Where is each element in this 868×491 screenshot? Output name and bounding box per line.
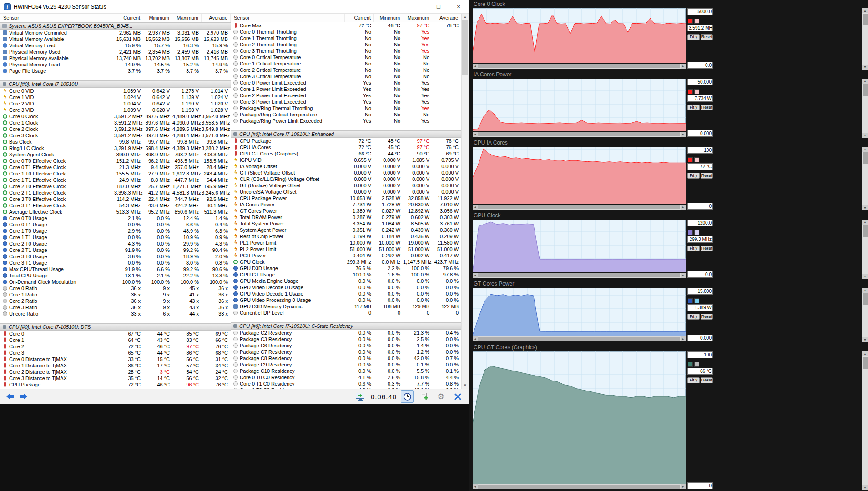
series-color-swatch[interactable] — [688, 89, 693, 94]
sensor-row[interactable]: Core 1 T0 Usage2.9 %0.0 %48.9 %6.3 % — [0, 228, 231, 234]
sensor-row[interactable]: Virtual Memory Available15,631 MB15,562 … — [0, 36, 231, 42]
sensor-row[interactable]: Core 2 T0 Usage4.3 %0.0 %29.9 %4.3 % — [0, 240, 231, 247]
vscroll-thumb[interactable] — [863, 84, 868, 96]
column-header-sensor[interactable]: Sensor — [0, 14, 114, 22]
scroll-up-icon[interactable]: ▲ — [862, 147, 868, 152]
sensor-row[interactable]: GT Cores Power1.389 W0.027 W12.892 W3.05… — [231, 208, 461, 214]
hscroll-thumb[interactable] — [478, 132, 680, 136]
column-header-average[interactable]: Average — [432, 14, 461, 22]
sensor-row[interactable]: Core 0 T0 Usage2.1 %0.0 %12.4 %1.4 % — [0, 215, 231, 221]
reset-button[interactable]: Reset — [701, 105, 713, 110]
scroll-up-icon[interactable]: ▲ — [862, 351, 868, 356]
hscroll-thumb[interactable] — [478, 205, 680, 209]
scroll-right-icon[interactable]: ► — [681, 273, 686, 278]
reset-button[interactable]: Reset — [701, 314, 713, 320]
remote-monitor-button[interactable] — [354, 390, 367, 403]
sensor-row[interactable]: Package C7 Residency0.0 %0.0 %1.2 %0.0 % — [231, 349, 461, 355]
fit-y-button[interactable]: Fit y — [687, 34, 700, 40]
vscroll-thumb[interactable] — [863, 293, 868, 305]
scroll-right-icon[interactable]: ► — [681, 484, 686, 489]
sensor-row[interactable]: Core 3 T0 Usage3.6 %0.0 %18.9 %2.0 % — [0, 253, 231, 260]
sensor-row[interactable]: Core 3 T1 Usage0.0 %0.0 %8.0 %0.8 % — [0, 260, 231, 266]
fit-y-button[interactable]: Fit y — [687, 246, 700, 251]
close-button[interactable]: × — [449, 0, 469, 13]
graph-vscrollbar[interactable]: ▲▼ — [862, 220, 868, 279]
scroll-right-icon[interactable]: ► — [681, 205, 686, 210]
scroll-thumb[interactable] — [462, 20, 468, 75]
sensor-row[interactable]: Core 3 Ratio36 x9 x43 x36 x — [0, 304, 231, 311]
scroll-up-icon[interactable]: ▲ — [462, 14, 469, 20]
sensor-row[interactable]: Core 272 °C46 °C97 °C76 °C — [0, 343, 231, 350]
sensor-row[interactable]: Core 2 Clock3,591.2 MHz897.6 MHz4,289.5 … — [0, 126, 231, 132]
column-header-sensor[interactable]: Sensor — [231, 14, 345, 22]
scroll-right-icon[interactable]: ► — [681, 132, 686, 137]
sensor-row[interactable]: GPU Media Engine Usage0.0 %0.0 %0.0 %0.0… — [231, 278, 461, 284]
sensor-row[interactable]: Core 2 VID1.004 V0.642 V1.199 V1.020 V — [0, 100, 231, 107]
graph-vscrollbar[interactable]: ▲▼ — [862, 8, 868, 70]
sensor-row[interactable]: Core 1 T1 Usage0.0 %0.0 %10.9 %0.9 % — [0, 234, 231, 240]
sensor-row[interactable]: Core 2 Distance to TjMAX28 °C3 °C54 °C24… — [0, 369, 231, 375]
series-color-swatch[interactable] — [688, 19, 693, 24]
hscroll-thumb[interactable] — [478, 64, 680, 68]
scroll-left-icon[interactable]: ◄ — [473, 273, 478, 278]
sensor-row[interactable]: On-Demand Clock Modulation100.0 %100.0 %… — [0, 279, 231, 285]
column-header-average[interactable]: Average — [202, 14, 231, 22]
scroll-left-icon[interactable]: ◄ — [473, 205, 478, 210]
graph-hscrollbar[interactable]: ◄► — [473, 273, 686, 278]
sensor-row[interactable]: Max CPU/Thread Usage91.9 %6.6 %99.2 %90.… — [0, 266, 231, 272]
background-color-swatch[interactable] — [694, 157, 699, 162]
sensor-row[interactable]: Core 1 T0 Effective Clock155.5 MHz27.9 M… — [0, 170, 231, 177]
sensor-row[interactable]: Core 1 Power Limit ExceededYesNoYes — [231, 86, 461, 92]
scroll-left-icon[interactable]: ◄ — [473, 132, 478, 137]
sensor-row[interactable]: CPU Package Power10.053 W2.528 W32.858 W… — [231, 195, 461, 201]
scroll-up-icon[interactable]: ▲ — [862, 288, 868, 293]
sensor-row[interactable]: CPU IA Cores72 °C45 °C97 °C76 °C — [231, 144, 461, 150]
section-header-row[interactable]: CPU [#0]: Intel Core i7-10510U — [0, 80, 231, 88]
sensor-row[interactable]: Core 067 °C44 °C85 °C69 °C — [0, 331, 231, 337]
series-color-swatch[interactable] — [688, 157, 693, 162]
sensor-row[interactable]: System Agent Power0.351 W0.242 W0.439 W0… — [231, 227, 461, 233]
scroll-down-icon[interactable]: ▼ — [862, 133, 868, 138]
reset-button[interactable]: Reset — [701, 34, 713, 40]
graph-chart[interactable] — [473, 79, 686, 131]
sensor-row[interactable]: iGPU VID0.655 V0.000 V1.085 V0.705 V — [231, 157, 461, 163]
sensor-row[interactable]: Core 2 Thermal ThrottlingNoNoYes — [231, 41, 461, 48]
sensor-row[interactable]: System Agent Clock399.0 MHz398.9 MHz798.… — [0, 151, 231, 158]
sensor-row[interactable]: Core 1 Distance to TjMAX36 °C17 °C57 °C3… — [0, 362, 231, 369]
graph-chart[interactable] — [473, 8, 686, 63]
add-graph-button[interactable] — [418, 390, 430, 403]
sensor-row[interactable]: Core 1 Critical TemperatureNoNoNo — [231, 60, 461, 67]
sensor-row[interactable]: Package C2 Residency0.0 %0.0 %21.3 %0.4 … — [231, 330, 461, 336]
column-header-maximum[interactable]: Maximum — [403, 14, 432, 22]
column-header-minimum[interactable]: Minimum — [374, 14, 403, 22]
scroll-down-icon[interactable]: ▼ — [862, 337, 868, 342]
sensor-row[interactable]: Core 0 Clock3,591.2 MHz897.6 MHz4,489.0 … — [0, 113, 231, 120]
sensor-row[interactable]: Core 3 VID1.039 V0.620 V1.193 V1.028 V — [0, 107, 231, 113]
sensor-row[interactable]: IA Cores Power7.734 W1.728 W20.630 W7.91… — [231, 201, 461, 208]
sensor-row[interactable]: CPU Package72 °C46 °C96 °C76 °C — [0, 381, 231, 388]
settings-gear-button[interactable]: ⚙ — [434, 390, 447, 403]
graph-hscrollbar[interactable]: ◄► — [473, 336, 686, 341]
scroll-down-icon[interactable]: ▼ — [862, 485, 868, 490]
fit-y-button[interactable]: Fit y — [687, 105, 700, 110]
sensor-row[interactable]: Core 2 Ratio36 x9 x43 x36 x — [0, 298, 231, 304]
scroll-left-icon[interactable]: ◄ — [473, 336, 478, 341]
sensor-row[interactable]: PL1 Power Limit10.000 W10.000 W19.000 W1… — [231, 240, 461, 246]
background-color-swatch[interactable] — [694, 89, 699, 94]
sensor-row[interactable]: GPU Video Decode 0 Usage0.0 %0.0 %0.0 %0… — [231, 284, 461, 291]
background-color-swatch[interactable] — [694, 362, 699, 367]
graph-chart[interactable] — [473, 147, 686, 204]
scroll-right-icon[interactable]: ► — [681, 336, 686, 341]
column-header-current[interactable]: Current — [345, 14, 374, 22]
scroll-up-icon[interactable]: ▲ — [862, 8, 868, 13]
background-color-swatch[interactable] — [694, 230, 699, 235]
scroll-up-icon[interactable]: ▲ — [862, 79, 868, 84]
prev-page-button[interactable] — [5, 392, 16, 401]
graph-chart[interactable] — [473, 220, 686, 272]
next-page-button[interactable] — [18, 392, 29, 401]
sensor-row[interactable]: Core 2 T1 Effective Clock3,398.3 MHz41.2… — [0, 190, 231, 196]
section-header-row[interactable]: CPU [#0]: Intel Core i7-10510U: DTS — [0, 323, 231, 331]
sensor-row[interactable]: PCH Power0.404 W0.292 W0.902 W0.417 W — [231, 252, 461, 259]
sensor-row[interactable]: Uncore Ratio33 x6 x44 x33 x — [0, 311, 231, 317]
sensor-row[interactable]: Core 2 Power Limit ExceededYesNoYes — [231, 92, 461, 99]
